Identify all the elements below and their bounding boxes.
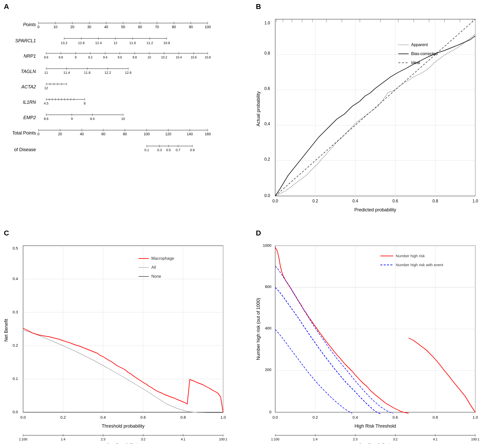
label-total-points: Total Points bbox=[13, 130, 36, 136]
svg-text:70: 70 bbox=[155, 25, 159, 29]
svg-text:10.8: 10.8 bbox=[205, 56, 211, 59]
svg-text:12.2: 12.2 bbox=[104, 71, 111, 75]
svg-text:40: 40 bbox=[104, 25, 108, 29]
svg-text:0.8: 0.8 bbox=[432, 199, 438, 203]
svg-text:160: 160 bbox=[205, 132, 211, 136]
svg-text:1.0: 1.0 bbox=[472, 415, 478, 419]
il1rn-ticks: 4.5 8 bbox=[44, 98, 86, 105]
svg-text:4.5: 4.5 bbox=[44, 101, 48, 105]
svg-text:8: 8 bbox=[84, 101, 85, 105]
svg-text:0.7: 0.7 bbox=[176, 148, 180, 152]
svg-text:Number high risk: Number high risk bbox=[396, 254, 425, 258]
panel-c-label: C bbox=[4, 229, 9, 237]
svg-text:12.4: 12.4 bbox=[95, 41, 102, 45]
label-emp2: EMP2 bbox=[23, 115, 36, 120]
svg-text:1000: 1000 bbox=[263, 243, 271, 247]
svg-text:0.5: 0.5 bbox=[13, 246, 18, 250]
svg-text:10.6: 10.6 bbox=[191, 56, 197, 59]
b-xlabel: Predicted probability bbox=[354, 207, 396, 212]
svg-text:Bias-corrected: Bias-corrected bbox=[411, 51, 438, 56]
svg-text:0.1: 0.1 bbox=[13, 376, 18, 381]
svg-text:2:3: 2:3 bbox=[101, 437, 105, 441]
svg-text:0.2: 0.2 bbox=[13, 343, 18, 347]
svg-text:12: 12 bbox=[114, 41, 117, 45]
label-risk-disease: Risk of Disease bbox=[13, 147, 36, 152]
svg-text:0.2: 0.2 bbox=[312, 415, 318, 419]
svg-text:8.6: 8.6 bbox=[44, 56, 48, 59]
svg-text:0.4: 0.4 bbox=[352, 199, 358, 203]
svg-text:1:4: 1:4 bbox=[313, 437, 317, 441]
svg-text:11.4: 11.4 bbox=[63, 71, 70, 75]
svg-text:0.8: 0.8 bbox=[264, 51, 270, 55]
svg-text:12.8: 12.8 bbox=[78, 41, 84, 45]
svg-text:Number high risk with event: Number high risk with event bbox=[396, 263, 443, 267]
d-ylabel: Number high risk (out of 1000) bbox=[256, 298, 261, 360]
tagln-ticks: 11 11.4 11.8 12.2 12.6 bbox=[44, 67, 132, 75]
svg-text:9.6: 9.6 bbox=[118, 56, 122, 59]
svg-text:10.8: 10.8 bbox=[163, 41, 170, 45]
b-ylabel: Actual probability bbox=[256, 91, 261, 126]
svg-text:100:1: 100:1 bbox=[471, 437, 479, 441]
svg-text:0.6: 0.6 bbox=[392, 199, 398, 203]
svg-text:0.6: 0.6 bbox=[264, 86, 270, 91]
svg-text:0.8: 0.8 bbox=[432, 415, 438, 419]
svg-text:11.8: 11.8 bbox=[84, 71, 90, 75]
clinical-impact-svg: 0 200 400 600 1000 0.0 0.2 0.4 0.6 0.8 1… bbox=[255, 238, 491, 444]
svg-text:0.5: 0.5 bbox=[166, 148, 171, 152]
svg-text:0.0: 0.0 bbox=[272, 415, 278, 419]
svg-text:9.4: 9.4 bbox=[90, 117, 95, 121]
svg-text:40: 40 bbox=[80, 132, 84, 136]
points-ticks: 0 10 20 30 40 50 60 70 80 90 100 bbox=[37, 22, 211, 29]
svg-text:0: 0 bbox=[269, 410, 271, 414]
svg-text:200: 200 bbox=[265, 367, 271, 372]
svg-text:0.1: 0.1 bbox=[144, 148, 149, 152]
svg-text:None: None bbox=[151, 274, 161, 278]
emp2-ticks: 8.6 9 9.4 10 bbox=[44, 113, 125, 121]
svg-text:0.2: 0.2 bbox=[61, 415, 66, 419]
svg-text:11.6: 11.6 bbox=[129, 41, 136, 45]
svg-text:10: 10 bbox=[147, 56, 151, 59]
nrp1-ticks: 8.6 8.8 9 9.2 9.4 9.6 9.8 10 10.2 10.4 1… bbox=[44, 52, 211, 59]
svg-text:Apparent: Apparent bbox=[411, 43, 428, 47]
svg-text:0.6: 0.6 bbox=[141, 415, 146, 419]
svg-text:10: 10 bbox=[121, 117, 125, 121]
nomogram-svg: Points 0 10 20 30 40 50 60 70 80 90 100 … bbox=[13, 15, 244, 220]
main-grid: A Points 0 10 20 30 40 50 60 70 80 90 10… bbox=[0, 0, 504, 444]
panel-b: B 0.0 0.2 0.4 0.6 0.8 1.0 bbox=[252, 0, 504, 226]
panel-c: C 0.0 0.1 0.2 0.3 0.4 0.5 0.0 0.2 bbox=[0, 226, 252, 444]
svg-text:100: 100 bbox=[205, 25, 211, 29]
svg-text:8.6: 8.6 bbox=[44, 117, 48, 121]
svg-text:4:1: 4:1 bbox=[433, 437, 437, 441]
svg-text:11.2: 11.2 bbox=[146, 41, 153, 45]
svg-text:0.4: 0.4 bbox=[264, 122, 270, 126]
svg-text:10.4: 10.4 bbox=[176, 56, 182, 59]
svg-text:13.2: 13.2 bbox=[61, 41, 67, 45]
svg-text:1:100: 1:100 bbox=[19, 437, 27, 441]
svg-text:0.2: 0.2 bbox=[312, 199, 318, 203]
svg-text:2:3: 2:3 bbox=[353, 437, 357, 441]
svg-text:1:100: 1:100 bbox=[271, 437, 279, 441]
svg-text:1.0: 1.0 bbox=[264, 21, 270, 25]
label-tagln: TAGLN bbox=[21, 69, 36, 74]
svg-text:0.2: 0.2 bbox=[264, 157, 270, 161]
svg-text:9: 9 bbox=[75, 56, 77, 59]
svg-text:9: 9 bbox=[71, 117, 73, 121]
svg-text:0.0: 0.0 bbox=[21, 415, 26, 419]
label-sparcl1: SPARCL1 bbox=[15, 38, 36, 43]
svg-text:0: 0 bbox=[37, 25, 39, 29]
svg-rect-178 bbox=[23, 246, 223, 412]
c-xlabel: Threshold probability bbox=[102, 424, 144, 429]
c-ylabel: Net Benefit bbox=[4, 319, 9, 342]
panel-a-label: A bbox=[4, 3, 9, 11]
svg-text:8.8: 8.8 bbox=[59, 56, 63, 59]
svg-text:50: 50 bbox=[121, 25, 125, 29]
svg-text:0: 0 bbox=[37, 132, 39, 136]
svg-text:12.6: 12.6 bbox=[125, 71, 131, 75]
acta2-ticks: 12 bbox=[44, 83, 67, 90]
svg-text:0.4: 0.4 bbox=[101, 415, 106, 419]
svg-text:11: 11 bbox=[44, 71, 48, 75]
label-nrp1: NRP1 bbox=[24, 54, 36, 59]
svg-text:90: 90 bbox=[189, 25, 193, 29]
svg-text:3:2: 3:2 bbox=[393, 437, 397, 441]
svg-text:0.4: 0.4 bbox=[352, 415, 358, 419]
